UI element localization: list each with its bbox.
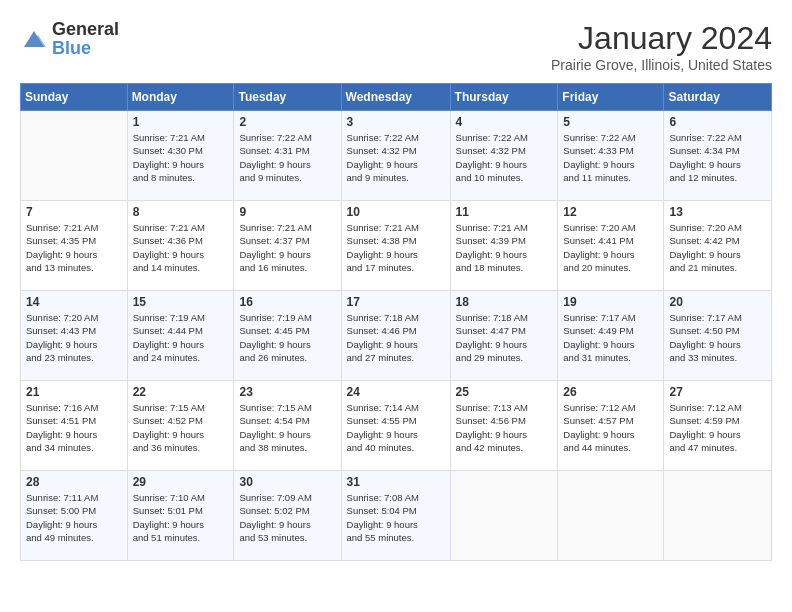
day-number: 29 [133, 475, 229, 489]
logo-blue: Blue [52, 38, 91, 58]
calendar-cell: 7Sunrise: 7:21 AMSunset: 4:35 PMDaylight… [21, 201, 128, 291]
day-number: 18 [456, 295, 553, 309]
calendar-cell: 1Sunrise: 7:21 AMSunset: 4:30 PMDaylight… [127, 111, 234, 201]
day-info: Sunrise: 7:12 AMSunset: 4:57 PMDaylight:… [563, 401, 658, 454]
day-number: 9 [239, 205, 335, 219]
calendar-cell: 20Sunrise: 7:17 AMSunset: 4:50 PMDayligh… [664, 291, 772, 381]
calendar-cell: 4Sunrise: 7:22 AMSunset: 4:32 PMDaylight… [450, 111, 558, 201]
day-number: 5 [563, 115, 658, 129]
day-info: Sunrise: 7:15 AMSunset: 4:52 PMDaylight:… [133, 401, 229, 454]
logo-text: General Blue [52, 20, 119, 58]
day-info: Sunrise: 7:14 AMSunset: 4:55 PMDaylight:… [347, 401, 445, 454]
day-number: 30 [239, 475, 335, 489]
page-header: General Blue January 2024 Prairie Grove,… [20, 20, 772, 73]
calendar-cell: 16Sunrise: 7:19 AMSunset: 4:45 PMDayligh… [234, 291, 341, 381]
calendar-cell: 11Sunrise: 7:21 AMSunset: 4:39 PMDayligh… [450, 201, 558, 291]
day-info: Sunrise: 7:08 AMSunset: 5:04 PMDaylight:… [347, 491, 445, 544]
day-number: 25 [456, 385, 553, 399]
calendar-cell: 26Sunrise: 7:12 AMSunset: 4:57 PMDayligh… [558, 381, 664, 471]
calendar-week-4: 21Sunrise: 7:16 AMSunset: 4:51 PMDayligh… [21, 381, 772, 471]
day-number: 16 [239, 295, 335, 309]
day-info: Sunrise: 7:20 AMSunset: 4:42 PMDaylight:… [669, 221, 766, 274]
day-info: Sunrise: 7:17 AMSunset: 4:49 PMDaylight:… [563, 311, 658, 364]
day-header-thursday: Thursday [450, 84, 558, 111]
calendar-table: SundayMondayTuesdayWednesdayThursdayFrid… [20, 83, 772, 561]
logo-icon [20, 25, 48, 53]
calendar-cell [664, 471, 772, 561]
calendar-cell [558, 471, 664, 561]
day-number: 3 [347, 115, 445, 129]
day-number: 8 [133, 205, 229, 219]
day-number: 17 [347, 295, 445, 309]
calendar-cell: 28Sunrise: 7:11 AMSunset: 5:00 PMDayligh… [21, 471, 128, 561]
day-info: Sunrise: 7:12 AMSunset: 4:59 PMDaylight:… [669, 401, 766, 454]
day-number: 15 [133, 295, 229, 309]
calendar-header: SundayMondayTuesdayWednesdayThursdayFrid… [21, 84, 772, 111]
month-title: January 2024 [551, 20, 772, 57]
calendar-cell: 22Sunrise: 7:15 AMSunset: 4:52 PMDayligh… [127, 381, 234, 471]
day-info: Sunrise: 7:18 AMSunset: 4:46 PMDaylight:… [347, 311, 445, 364]
day-number: 24 [347, 385, 445, 399]
day-number: 27 [669, 385, 766, 399]
day-info: Sunrise: 7:21 AMSunset: 4:36 PMDaylight:… [133, 221, 229, 274]
day-number: 6 [669, 115, 766, 129]
calendar-week-5: 28Sunrise: 7:11 AMSunset: 5:00 PMDayligh… [21, 471, 772, 561]
day-number: 22 [133, 385, 229, 399]
calendar-cell: 18Sunrise: 7:18 AMSunset: 4:47 PMDayligh… [450, 291, 558, 381]
day-info: Sunrise: 7:22 AMSunset: 4:31 PMDaylight:… [239, 131, 335, 184]
day-info: Sunrise: 7:20 AMSunset: 4:41 PMDaylight:… [563, 221, 658, 274]
calendar-cell: 13Sunrise: 7:20 AMSunset: 4:42 PMDayligh… [664, 201, 772, 291]
calendar-cell: 31Sunrise: 7:08 AMSunset: 5:04 PMDayligh… [341, 471, 450, 561]
day-number: 13 [669, 205, 766, 219]
day-number: 10 [347, 205, 445, 219]
day-number: 14 [26, 295, 122, 309]
day-info: Sunrise: 7:22 AMSunset: 4:33 PMDaylight:… [563, 131, 658, 184]
day-info: Sunrise: 7:18 AMSunset: 4:47 PMDaylight:… [456, 311, 553, 364]
title-block: January 2024 Prairie Grove, Illinois, Un… [551, 20, 772, 73]
calendar-cell: 12Sunrise: 7:20 AMSunset: 4:41 PMDayligh… [558, 201, 664, 291]
calendar-cell: 19Sunrise: 7:17 AMSunset: 4:49 PMDayligh… [558, 291, 664, 381]
calendar-cell [450, 471, 558, 561]
day-info: Sunrise: 7:15 AMSunset: 4:54 PMDaylight:… [239, 401, 335, 454]
day-header-tuesday: Tuesday [234, 84, 341, 111]
calendar-week-3: 14Sunrise: 7:20 AMSunset: 4:43 PMDayligh… [21, 291, 772, 381]
day-info: Sunrise: 7:10 AMSunset: 5:01 PMDaylight:… [133, 491, 229, 544]
day-number: 2 [239, 115, 335, 129]
calendar-cell: 15Sunrise: 7:19 AMSunset: 4:44 PMDayligh… [127, 291, 234, 381]
calendar-cell: 6Sunrise: 7:22 AMSunset: 4:34 PMDaylight… [664, 111, 772, 201]
calendar-cell: 9Sunrise: 7:21 AMSunset: 4:37 PMDaylight… [234, 201, 341, 291]
day-number: 12 [563, 205, 658, 219]
day-info: Sunrise: 7:21 AMSunset: 4:38 PMDaylight:… [347, 221, 445, 274]
day-number: 23 [239, 385, 335, 399]
day-number: 19 [563, 295, 658, 309]
day-info: Sunrise: 7:16 AMSunset: 4:51 PMDaylight:… [26, 401, 122, 454]
calendar-cell: 25Sunrise: 7:13 AMSunset: 4:56 PMDayligh… [450, 381, 558, 471]
calendar-cell: 21Sunrise: 7:16 AMSunset: 4:51 PMDayligh… [21, 381, 128, 471]
day-number: 7 [26, 205, 122, 219]
day-info: Sunrise: 7:21 AMSunset: 4:35 PMDaylight:… [26, 221, 122, 274]
calendar-cell: 27Sunrise: 7:12 AMSunset: 4:59 PMDayligh… [664, 381, 772, 471]
day-info: Sunrise: 7:21 AMSunset: 4:39 PMDaylight:… [456, 221, 553, 274]
calendar-cell: 23Sunrise: 7:15 AMSunset: 4:54 PMDayligh… [234, 381, 341, 471]
day-number: 31 [347, 475, 445, 489]
calendar-cell: 17Sunrise: 7:18 AMSunset: 4:46 PMDayligh… [341, 291, 450, 381]
location: Prairie Grove, Illinois, United States [551, 57, 772, 73]
calendar-cell: 29Sunrise: 7:10 AMSunset: 5:01 PMDayligh… [127, 471, 234, 561]
day-info: Sunrise: 7:09 AMSunset: 5:02 PMDaylight:… [239, 491, 335, 544]
day-header-saturday: Saturday [664, 84, 772, 111]
day-info: Sunrise: 7:20 AMSunset: 4:43 PMDaylight:… [26, 311, 122, 364]
day-header-monday: Monday [127, 84, 234, 111]
day-info: Sunrise: 7:22 AMSunset: 4:32 PMDaylight:… [456, 131, 553, 184]
calendar-week-1: 1Sunrise: 7:21 AMSunset: 4:30 PMDaylight… [21, 111, 772, 201]
day-info: Sunrise: 7:19 AMSunset: 4:45 PMDaylight:… [239, 311, 335, 364]
day-info: Sunrise: 7:19 AMSunset: 4:44 PMDaylight:… [133, 311, 229, 364]
day-info: Sunrise: 7:17 AMSunset: 4:50 PMDaylight:… [669, 311, 766, 364]
calendar-cell: 8Sunrise: 7:21 AMSunset: 4:36 PMDaylight… [127, 201, 234, 291]
day-header-friday: Friday [558, 84, 664, 111]
day-info: Sunrise: 7:21 AMSunset: 4:37 PMDaylight:… [239, 221, 335, 274]
day-number: 26 [563, 385, 658, 399]
calendar-cell: 5Sunrise: 7:22 AMSunset: 4:33 PMDaylight… [558, 111, 664, 201]
calendar-cell: 24Sunrise: 7:14 AMSunset: 4:55 PMDayligh… [341, 381, 450, 471]
day-number: 11 [456, 205, 553, 219]
calendar-cell: 14Sunrise: 7:20 AMSunset: 4:43 PMDayligh… [21, 291, 128, 381]
